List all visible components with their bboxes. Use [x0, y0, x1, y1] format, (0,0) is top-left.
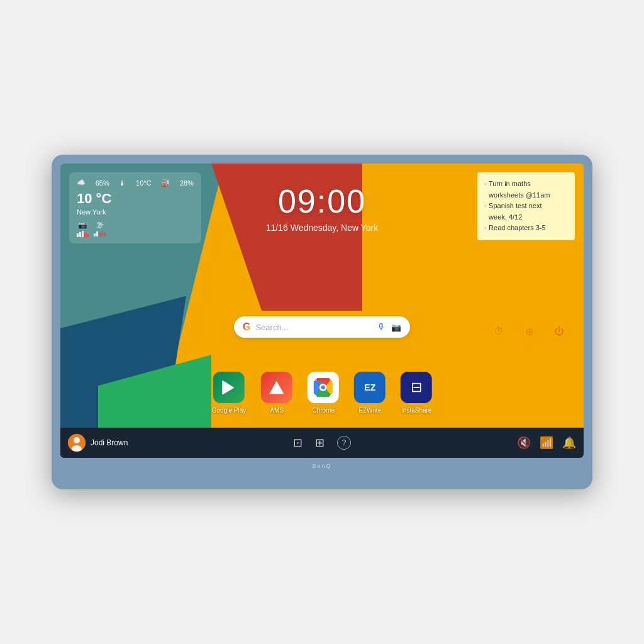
clock-time: 09:00 — [266, 182, 379, 220]
svg-point-6 — [74, 437, 80, 443]
power-button[interactable]: ⏻ — [547, 319, 571, 343]
google-play-label: Google Play — [212, 407, 246, 414]
expand-button[interactable]: ⊕ — [517, 319, 541, 343]
apps-grid-icon[interactable]: ⊞ — [315, 436, 325, 450]
instashare-label: InstaShare — [401, 407, 431, 414]
weather-aqi-icon: 🏭 — [161, 179, 170, 187]
weather-sensor-1: 📷 — [77, 221, 89, 237]
app-ezwrite[interactable]: EZ EZWrite — [354, 372, 386, 414]
weather-widget: ☁️ 65% 🌡 10°C 🏭 28% 10 °C New York 📷 — [69, 172, 201, 243]
taskbar: Jodi Brown ⊡ ⊞ ? 🔇 📶 🔔 — [60, 428, 584, 458]
timer-button[interactable]: ⏱ — [487, 319, 511, 343]
weather-temp: 10 °C — [77, 191, 194, 207]
notes-line-3: · Spanish test next — [485, 201, 567, 212]
search-bar[interactable]: G Search... 🎙 📷 — [234, 316, 410, 338]
chrome-label: Chrome — [312, 407, 335, 414]
lens-icon[interactable]: 📷 — [391, 323, 401, 332]
ams-icon — [261, 372, 292, 403]
taskbar-center: ⊡ ⊞ ? — [293, 436, 351, 450]
google-play-icon — [213, 372, 245, 403]
quick-actions: ⏱ ⊕ ⏻ — [487, 319, 571, 343]
app-ams[interactable]: AMS — [261, 372, 292, 414]
app-google-play[interactable]: Google Play — [212, 372, 246, 414]
weather-cloud-icon: ☁️ — [77, 179, 86, 187]
whiteboard-icon[interactable]: ⊡ — [293, 436, 303, 450]
notes-widget: · Turn in maths worksheets @11am · Spani… — [477, 172, 575, 240]
chrome-icon — [308, 372, 339, 403]
svg-point-4 — [322, 386, 325, 389]
google-logo: G — [243, 321, 250, 333]
app-grid: Google Play AMS — [212, 372, 432, 414]
app-instashare[interactable]: ⊟ InstaShare — [401, 372, 432, 414]
notes-line-4: week, 4/12 — [485, 212, 567, 223]
weather-temp2: 10°C — [136, 179, 152, 187]
weather-city: New York — [77, 208, 194, 216]
notes-line-1: · Turn in maths — [485, 179, 567, 190]
help-icon[interactable]: ? — [337, 436, 351, 450]
app-chrome[interactable]: Chrome — [308, 372, 339, 414]
user-name: Jodi Brown — [91, 438, 128, 447]
wifi-icon[interactable]: 📶 — [540, 436, 553, 450]
clock-area: 09:00 11/16 Wednesday, New York — [266, 182, 379, 233]
ezwrite-label: EZWrite — [358, 407, 381, 414]
user-avatar — [68, 434, 86, 452]
taskbar-right: 🔇 📶 🔔 — [351, 436, 576, 450]
search-input[interactable]: Search... — [255, 323, 372, 332]
clock-date: 11/16 Wednesday, New York — [266, 223, 379, 233]
ams-label: AMS — [270, 407, 284, 414]
ezwrite-icon: EZ — [354, 372, 386, 403]
weather-sensor-2: 🌫 — [94, 221, 106, 237]
weather-thermometer-icon: 🌡 — [119, 179, 126, 187]
microphone-icon[interactable]: 🎙 — [377, 322, 386, 332]
mute-icon[interactable]: 🔇 — [517, 436, 531, 450]
weather-aqi: 28% — [180, 179, 194, 187]
notes-line-5: · Read chapters 3-5 — [485, 223, 567, 234]
notification-icon[interactable]: 🔔 — [562, 436, 576, 450]
weather-humidity: 65% — [96, 179, 109, 187]
benq-logo: BenQ — [312, 463, 331, 469]
tv-bottom-bar: BenQ — [60, 460, 584, 472]
taskbar-left: Jodi Brown — [68, 434, 293, 452]
instashare-icon: ⊟ — [401, 372, 432, 403]
tv-display: ☁️ 65% 🌡 10°C 🏭 28% 10 °C New York 📷 — [52, 155, 592, 489]
notes-line-2: worksheets @11am — [485, 190, 567, 201]
tv-screen: ☁️ 65% 🌡 10°C 🏭 28% 10 °C New York 📷 — [60, 164, 584, 458]
